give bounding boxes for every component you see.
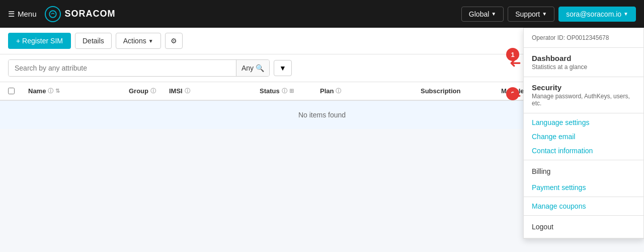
security-title[interactable]: Security (532, 83, 635, 92)
gear-button[interactable]: ⚙ (165, 33, 183, 49)
coupons-section: Manage coupons (524, 197, 643, 216)
search-wrapper: Any 🔍 (8, 59, 270, 77)
security-section: Security Manage password, AuthKeys, user… (524, 77, 643, 113)
account-section: Language settings Change email Contact i… (524, 113, 643, 160)
gear-icon: ⚙ (171, 37, 177, 45)
logo-icon (45, 6, 61, 22)
dashboard-subtitle: Statistics at a glance (532, 64, 635, 71)
details-label: Details (83, 37, 104, 45)
header-right: Global ▼ Support ▼ sora@soracom.io ▼ (461, 7, 636, 22)
global-caret-icon: ▼ (491, 11, 496, 17)
table-col-imsi: IMSI ⓘ (169, 87, 260, 95)
col-status-label: Status (260, 87, 280, 95)
header: ☰ Menu SORACOM Global ▼ Support ▼ sora@s… (0, 0, 644, 28)
search-any-selector[interactable]: Any 🔍 (236, 60, 269, 76)
status-info-icon[interactable]: ⓘ (282, 87, 287, 95)
global-button[interactable]: Global ▼ (461, 7, 504, 22)
user-caret-icon: ▼ (623, 11, 628, 17)
actions-label: Actions (123, 37, 146, 45)
col-imsi-label: IMSI (169, 87, 183, 95)
contact-information-link[interactable]: Contact information (524, 144, 643, 158)
user-button[interactable]: sora@soracom.io ▼ (558, 7, 636, 22)
col-plan-label: Plan (320, 87, 334, 95)
col-group-label: Group (129, 87, 148, 95)
table-col-plan: Plan ⓘ (320, 87, 421, 95)
empty-text: No items found (298, 111, 346, 119)
imsi-info-icon[interactable]: ⓘ (185, 87, 190, 95)
support-button[interactable]: Support ▼ (508, 7, 554, 22)
register-sim-label: + Register SIM (16, 37, 63, 45)
change-email-link[interactable]: Change email (524, 130, 643, 144)
select-all-checkbox[interactable] (8, 88, 15, 94)
sort-icon[interactable]: ⇅ (55, 88, 60, 94)
user-dropdown-menu: Operator ID: OP0012345678 Dashboard Stat… (523, 28, 644, 239)
col-subscription-label: Subscription (421, 87, 460, 95)
info-icon[interactable]: ⓘ (48, 87, 53, 95)
security-subtitle: Manage password, AuthKeys, users, etc. (532, 93, 635, 107)
operator-id-text: Operator ID: OP0012345678 (532, 34, 609, 41)
hamburger-icon: ☰ (8, 10, 15, 19)
register-sim-button[interactable]: + Register SIM (8, 33, 71, 49)
dashboard-title[interactable]: Dashboard (532, 54, 635, 62)
col-name-label: Name (28, 87, 46, 95)
table-col-checkbox (8, 87, 28, 95)
manage-coupons-link[interactable]: Manage coupons (524, 199, 643, 213)
logout-section: Logout (524, 216, 643, 238)
table-col-subscription: Subscription (421, 87, 501, 95)
global-label: Global (469, 10, 489, 18)
plan-info-icon[interactable]: ⓘ (336, 87, 341, 95)
support-caret-icon: ▼ (542, 11, 547, 17)
table-col-name: Name ⓘ ⇅ (28, 87, 129, 95)
user-label: sora@soracom.io (566, 10, 621, 18)
any-label: Any (242, 64, 254, 72)
svg-point-0 (49, 11, 56, 18)
step-2-badge: 2 (506, 87, 519, 100)
search-icon: 🔍 (256, 64, 264, 72)
menu-label: Menu (18, 10, 37, 18)
search-input[interactable] (9, 60, 236, 76)
step-1-badge: 1 (506, 48, 519, 61)
billing-section: Billing Payment settings (524, 160, 643, 197)
operator-id: Operator ID: OP0012345678 (524, 28, 643, 48)
chevron-down-icon: ▼ (279, 64, 286, 72)
menu-button[interactable]: ☰ Menu (8, 10, 37, 19)
billing-title[interactable]: Billing (524, 162, 643, 180)
payment-settings-link[interactable]: Payment settings (524, 180, 643, 195)
group-info-icon[interactable]: ⓘ (150, 87, 156, 95)
support-label: Support (515, 10, 540, 18)
status-copy-icon[interactable]: ⊞ (289, 88, 294, 94)
table-col-group: Group ⓘ (129, 87, 169, 95)
logo: SORACOM (45, 6, 116, 22)
actions-caret-icon: ▼ (148, 38, 153, 44)
details-button[interactable]: Details (75, 33, 112, 49)
table-col-status: Status ⓘ ⊞ (260, 87, 320, 95)
search-filter-dropdown[interactable]: ▼ (274, 60, 292, 76)
dashboard-section: Dashboard Statistics at a glance (524, 48, 643, 77)
logo-text: SORACOM (65, 9, 116, 19)
logout-item[interactable]: Logout (524, 218, 643, 236)
actions-button[interactable]: Actions ▼ (116, 33, 161, 49)
language-settings-link[interactable]: Language settings (524, 115, 643, 130)
header-left: ☰ Menu SORACOM (8, 6, 116, 22)
